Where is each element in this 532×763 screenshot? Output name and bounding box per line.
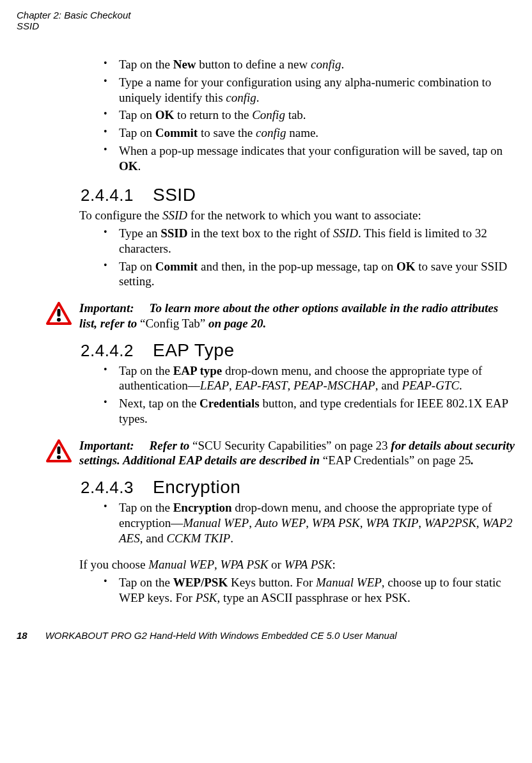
- heading-ssid: 2.4.4.1SSID: [81, 185, 515, 205]
- warning-icon: [46, 302, 72, 325]
- list-item: Tap on the WEP/PSK Keys button. For Manu…: [100, 575, 515, 606]
- svg-rect-1: [58, 309, 61, 317]
- list-item: Type a name for your configuration using…: [100, 75, 515, 106]
- heading-encryption: 2.4.4.3Encryption: [81, 477, 515, 498]
- page: Chapter 2: Basic Checkout SSID Tap on th…: [0, 0, 532, 660]
- eap-bullet-list: Tap on the EAP type drop-down menu, and …: [17, 363, 515, 427]
- paragraph: If you choose Manual WEP, WPA PSK or WPA…: [79, 557, 515, 572]
- important-label: Important:: [79, 439, 134, 452]
- encryption-bullet-list-2: Tap on the WEP/PSK Keys button. For Manu…: [17, 575, 515, 606]
- manual-title: WORKABOUT PRO G2 Hand-Held With Windows …: [45, 630, 397, 641]
- header-chapter: Chapter 2: Basic Checkout: [17, 10, 515, 21]
- encryption-bullet-list: Tap on the Encryption drop-down menu, an…: [17, 500, 515, 546]
- running-header: Chapter 2: Basic Checkout SSID: [17, 10, 515, 31]
- list-item: Type an SSID in the text box to the righ…: [100, 226, 515, 256]
- page-number: 18: [17, 630, 27, 641]
- important-note: Important:To learn more about the other …: [46, 301, 515, 331]
- list-item: Next, tap on the Credentials button, and…: [100, 396, 515, 427]
- list-item: Tap on the New button to define a new co…: [100, 57, 515, 72]
- list-item: Tap on Commit to save the config name.: [100, 125, 515, 141]
- list-item: When a pop-up message indicates that you…: [100, 143, 515, 174]
- intro-bullet-list: Tap on the New button to define a new co…: [17, 57, 515, 173]
- header-section: SSID: [17, 21, 515, 32]
- list-item: Tap on the EAP type drop-down menu, and …: [100, 363, 515, 394]
- paragraph: To configure the SSID for the network to…: [79, 208, 515, 223]
- page-footer: 18WORKABOUT PRO G2 Hand-Held With Window…: [17, 630, 515, 641]
- svg-rect-4: [58, 446, 61, 454]
- list-item: Tap on the Encryption drop-down menu, an…: [100, 500, 515, 546]
- svg-point-2: [57, 318, 61, 322]
- warning-icon: [46, 439, 72, 462]
- heading-eap-type: 2.4.4.2EAP Type: [81, 340, 515, 361]
- svg-point-5: [57, 455, 61, 459]
- important-note: Important:Refer to “SCU Security Capabil…: [46, 438, 515, 469]
- ssid-bullet-list: Type an SSID in the text box to the righ…: [17, 226, 515, 289]
- list-item: Tap on OK to return to the Config tab.: [100, 107, 515, 123]
- list-item: Tap on Commit and then, in the pop-up me…: [100, 259, 515, 290]
- important-label: Important:: [79, 301, 134, 315]
